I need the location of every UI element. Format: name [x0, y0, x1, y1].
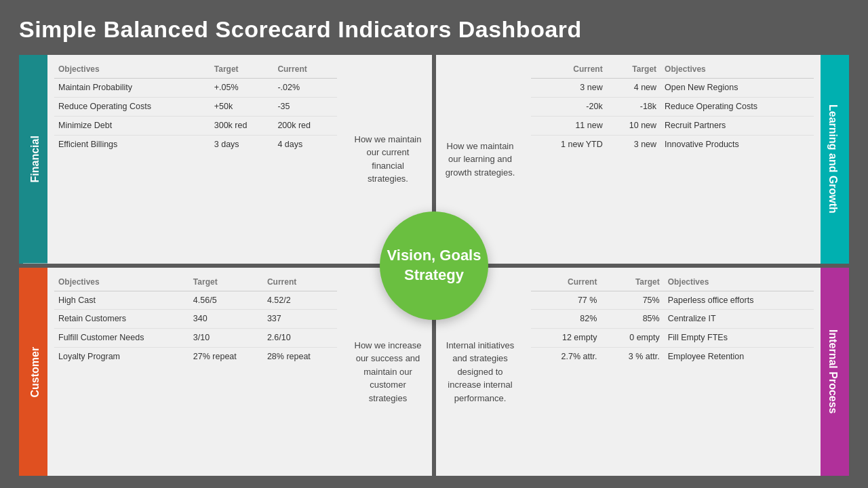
table-cell: 0 empty [601, 329, 663, 348]
customer-table-area: Objectives Target Current High Cast4.56/… [47, 268, 344, 476]
table-cell: 28% repeat [263, 348, 337, 366]
table-cell: Reduce Operating Costs [54, 97, 210, 116]
table-row: 2.7% attr.3 % attr.Employee Retention [531, 348, 814, 366]
table-cell: Open New Regions [660, 79, 814, 98]
internal-table-area: Current Target Objectives 77 %75%Paperle… [524, 268, 821, 476]
page-title: Simple Balanced Scorecard Indicators Das… [19, 16, 849, 43]
table-cell: Recruit Partners [660, 116, 814, 135]
table-row: 3 new4 newOpen New Regions [531, 79, 814, 98]
table-cell: Fill Empty FTEs [664, 329, 814, 348]
financial-col-current: Current [273, 62, 337, 79]
learning-label: Learning and Growth [821, 55, 845, 264]
table-cell: 3 new [531, 79, 607, 98]
internal-col-objectives: Objectives [664, 274, 814, 291]
vision-circle: Vision, Goals Strategy [380, 211, 488, 320]
internal-col-current: Current [531, 274, 601, 291]
table-row: High Cast4.56/54.52/2 [54, 291, 337, 310]
vision-label: Vision, Goals Strategy [380, 246, 488, 285]
customer-quadrant: Customer Objectives Target Current High … [19, 268, 432, 476]
internal-quadrant: Internal Process Internal initiatives an… [436, 268, 849, 476]
table-cell: Centralize IT [664, 310, 814, 329]
table-cell: 300k red [210, 116, 274, 135]
table-cell: Fulfill Customer Needs [54, 329, 189, 348]
table-cell: Innovative Products [660, 135, 814, 153]
table-cell: Loyalty Program [54, 348, 189, 366]
table-cell: +50k [210, 97, 274, 116]
table-cell: -35 [273, 97, 337, 116]
main-grid: Financial Objectives Target Current Main… [19, 55, 849, 476]
table-row: 77 %75%Paperless office efforts [531, 291, 814, 310]
table-row: Maintain Probability+.05%-.02% [54, 79, 337, 98]
table-cell: 85% [601, 310, 663, 329]
table-cell: 27% repeat [189, 348, 263, 366]
learning-content: How we maintain our learning and growth … [436, 55, 821, 264]
table-row: Efficient Billings3 days4 days [54, 135, 337, 153]
financial-label: Financial [23, 55, 47, 264]
internal-label: Internal Process [821, 268, 845, 476]
table-cell: 2.6/10 [263, 329, 337, 348]
internal-content: Internal initiatives and strategies desi… [436, 268, 821, 476]
customer-content: Objectives Target Current High Cast4.56/… [47, 268, 432, 476]
table-cell: 340 [189, 310, 263, 329]
table-cell: Maintain Probability [54, 79, 210, 98]
table-cell: 4.52/2 [263, 291, 337, 310]
table-cell: 82% [531, 310, 601, 329]
table-row: Fulfill Customer Needs3/102.6/10 [54, 329, 337, 348]
financial-quadrant: Financial Objectives Target Current Main… [19, 55, 432, 264]
table-row: 82%85%Centralize IT [531, 310, 814, 329]
table-cell: Efficient Billings [54, 135, 210, 153]
table-row: Loyalty Program27% repeat28% repeat [54, 348, 337, 366]
table-row: Retain Customers340337 [54, 310, 337, 329]
learning-col-target: Target [607, 62, 660, 79]
table-row: -20k-18kReduce Operating Costs [531, 97, 814, 116]
table-cell: 3 % attr. [601, 348, 663, 366]
table-cell: High Cast [54, 291, 189, 310]
table-cell: 10 new [607, 116, 660, 135]
learning-table-area: Current Target Objectives 3 new4 newOpen… [524, 55, 821, 264]
internal-col-target: Target [601, 274, 663, 291]
learning-col-current: Current [531, 62, 607, 79]
financial-table-area: Objectives Target Current Maintain Proba… [47, 55, 344, 264]
customer-col-target: Target [189, 274, 263, 291]
table-cell: 4 days [273, 135, 337, 153]
table-cell: Reduce Operating Costs [660, 97, 814, 116]
table-cell: 11 new [531, 116, 607, 135]
customer-col-objectives: Objectives [54, 274, 189, 291]
table-cell: 4.56/5 [189, 291, 263, 310]
table-cell: +.05% [210, 79, 274, 98]
table-cell: -20k [531, 97, 607, 116]
financial-col-objectives: Objectives [54, 62, 210, 79]
table-row: 11 new10 newRecruit Partners [531, 116, 814, 135]
table-cell: Retain Customers [54, 310, 189, 329]
table-cell: 12 empty [531, 329, 601, 348]
table-cell: 77 % [531, 291, 601, 310]
table-cell: Minimize Debt [54, 116, 210, 135]
table-cell: 337 [263, 310, 337, 329]
table-cell: 2.7% attr. [531, 348, 601, 366]
table-cell: 200k red [273, 116, 337, 135]
table-cell: -.02% [273, 79, 337, 98]
financial-content: Objectives Target Current Maintain Proba… [47, 55, 432, 264]
table-row: Reduce Operating Costs+50k-35 [54, 97, 337, 116]
customer-table: Objectives Target Current High Cast4.56/… [54, 274, 337, 367]
customer-label: Customer [23, 268, 47, 476]
internal-table: Current Target Objectives 77 %75%Paperle… [531, 274, 814, 367]
table-cell: -18k [607, 97, 660, 116]
financial-col-target: Target [210, 62, 274, 79]
table-row: 12 empty0 emptyFill Empty FTEs [531, 329, 814, 348]
table-cell: 4 new [607, 79, 660, 98]
table-row: Minimize Debt300k red200k red [54, 116, 337, 135]
learning-col-objectives: Objectives [660, 62, 814, 79]
learning-quadrant: Learning and Growth How we maintain our … [436, 55, 849, 264]
table-cell: 3 new [607, 135, 660, 153]
table-row: 1 new YTD3 newInnovative Products [531, 135, 814, 153]
learning-table: Current Target Objectives 3 new4 newOpen… [531, 62, 814, 154]
table-cell: Paperless office efforts [664, 291, 814, 310]
customer-col-current: Current [263, 274, 337, 291]
table-cell: Employee Retention [664, 348, 814, 366]
table-cell: 3/10 [189, 329, 263, 348]
table-cell: 3 days [210, 135, 274, 153]
financial-table: Objectives Target Current Maintain Proba… [54, 62, 337, 154]
table-cell: 1 new YTD [531, 135, 607, 153]
table-cell: 75% [601, 291, 663, 310]
